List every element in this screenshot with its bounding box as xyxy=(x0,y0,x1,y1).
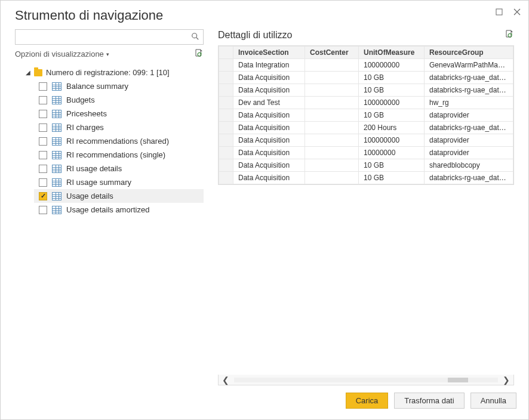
tree-root-label: Numero di registrazione: 099: 1 [10] xyxy=(46,68,170,77)
table-row[interactable]: Data Integration100000000GenevaWarmPathM… xyxy=(219,59,513,72)
horizontal-scrollbar[interactable]: ❮ ❯ xyxy=(218,375,514,385)
checkbox[interactable] xyxy=(39,96,47,104)
details-heading: Dettagli di utilizzo xyxy=(218,30,293,41)
table-row[interactable]: Data Acquisition10 GBdatabricks-rg-uae_d… xyxy=(219,84,513,97)
tree-item[interactable]: Balance summary xyxy=(34,79,204,93)
row-number-cell xyxy=(219,72,233,84)
table-row[interactable]: Data Acquisition10 GBdataprovider xyxy=(219,109,513,122)
row-number-cell xyxy=(219,109,233,122)
cell xyxy=(305,147,359,159)
column-header[interactable]: ResourceGroup xyxy=(425,47,513,59)
tree-item-label: Balance summary xyxy=(66,82,128,91)
tree-item[interactable]: RI recommendations (shared) xyxy=(34,134,204,148)
row-number-header xyxy=(219,47,233,59)
cell: 10 GB xyxy=(359,159,425,172)
dialog-footer: Carica Trasforma dati Annulla xyxy=(1,385,528,419)
tree-children: Balance summaryBudgetsPricesheetsRI char… xyxy=(34,79,204,217)
checkbox[interactable] xyxy=(39,123,47,132)
cell: 10 GB xyxy=(359,84,425,97)
table-row[interactable]: Data Acquisition10 GBdatabricks-rg-uae_d… xyxy=(219,172,513,184)
scroll-right-icon[interactable]: ❯ xyxy=(503,375,510,385)
row-number-cell xyxy=(219,59,233,72)
tree-root-node[interactable]: ◢ Numero di registrazione: 099: 1 [10] xyxy=(15,66,204,79)
cell: databricks-rg-uae_databricks- xyxy=(425,72,513,84)
cell xyxy=(305,59,359,72)
tree-item-label: RI charges xyxy=(66,123,104,132)
cell xyxy=(305,97,359,109)
table-icon xyxy=(52,192,61,200)
load-button[interactable]: Carica xyxy=(346,393,389,409)
cell: 10 GB xyxy=(359,109,425,122)
scroll-track[interactable] xyxy=(234,378,498,382)
tree-item[interactable]: RI usage details xyxy=(34,162,204,175)
column-header[interactable]: UnitOfMeasure xyxy=(359,47,425,59)
checkbox[interactable] xyxy=(39,165,47,173)
search-input[interactable] xyxy=(19,33,191,42)
cell: 200 Hours xyxy=(359,122,425,134)
cell: Data Integration xyxy=(233,59,305,72)
cell: GenevaWarmPathManageRG xyxy=(425,59,513,72)
cell: 10 GB xyxy=(359,72,425,84)
cell: databricks-rg-uae_databricks- xyxy=(425,84,513,97)
tree-item[interactable]: RI charges xyxy=(34,121,204,134)
maximize-button[interactable] xyxy=(495,8,503,16)
checkbox[interactable] xyxy=(39,82,47,91)
display-options-dropdown[interactable]: Opzioni di visualizzazione ▾ xyxy=(15,50,109,58)
table-row[interactable]: Data Acquisition100000000dataprovider xyxy=(219,134,513,147)
chevron-down-icon: ▾ xyxy=(106,51,109,57)
column-header[interactable]: InvoiceSection xyxy=(233,47,305,59)
cell xyxy=(305,122,359,134)
checkbox[interactable] xyxy=(39,110,47,118)
transform-data-button[interactable]: Trasforma dati xyxy=(394,393,464,409)
scroll-left-icon[interactable]: ❮ xyxy=(222,375,229,385)
search-icon[interactable] xyxy=(191,32,199,42)
preview-table-wrap: InvoiceSectionCostCenterUnitOfMeasureRes… xyxy=(218,45,514,185)
cell: Dev and Test xyxy=(233,97,305,109)
dialog-title: Strumento di navigazione xyxy=(15,8,163,23)
checkbox[interactable]: ✓ xyxy=(39,192,47,200)
tree-item-label: Budgets xyxy=(66,95,95,104)
navigator-dialog: Strumento di navigazione O xyxy=(0,0,529,420)
cell xyxy=(305,84,359,97)
checkbox[interactable] xyxy=(39,137,47,146)
refresh-icon[interactable] xyxy=(194,48,204,60)
search-box[interactable] xyxy=(15,29,204,45)
tree-item[interactable]: RI recommendations (single) xyxy=(34,148,204,162)
preview-table: InvoiceSectionCostCenterUnitOfMeasureRes… xyxy=(219,46,513,184)
table-icon xyxy=(52,82,61,91)
details-refresh-icon[interactable] xyxy=(505,29,514,41)
checkbox[interactable] xyxy=(39,178,47,187)
cell: Data Acquisition xyxy=(233,147,305,159)
cell xyxy=(305,172,359,184)
close-button[interactable] xyxy=(513,8,521,16)
tree-item[interactable]: Usage details amortized xyxy=(34,203,204,217)
caret-down-icon: ◢ xyxy=(26,69,30,76)
table-row[interactable]: Data Acquisition10 GBdatabricks-rg-uae_d… xyxy=(219,72,513,84)
table-icon xyxy=(52,137,61,146)
table-row[interactable]: Data Acquisition200 Hoursdatabricks-rg-u… xyxy=(219,122,513,134)
scroll-thumb[interactable] xyxy=(448,378,468,382)
cell: 10000000 xyxy=(359,147,425,159)
tree-item[interactable]: ✓Usage details xyxy=(34,189,204,203)
cell: 10 GB xyxy=(359,172,425,184)
tree-item-label: RI usage summary xyxy=(66,178,131,187)
checkbox[interactable] xyxy=(39,206,47,214)
table-icon xyxy=(52,206,61,214)
cell: Data Acquisition xyxy=(233,134,305,147)
cell: Data Acquisition xyxy=(233,84,305,97)
table-row[interactable]: Dev and Test100000000hw_rg xyxy=(219,97,513,109)
row-number-cell xyxy=(219,159,233,172)
cancel-button[interactable]: Annulla xyxy=(470,393,516,409)
table-icon xyxy=(52,123,61,132)
table-row[interactable]: Data Acquisition10000000dataprovider xyxy=(219,147,513,159)
table-row[interactable]: Data Acquisition10 GBsharedblobcopy xyxy=(219,159,513,172)
tree-item[interactable]: Pricesheets xyxy=(34,107,204,121)
checkbox[interactable] xyxy=(39,151,47,159)
tree-item[interactable]: Budgets xyxy=(34,93,204,107)
folder-icon xyxy=(34,69,42,76)
table-icon xyxy=(52,96,61,104)
svg-rect-0 xyxy=(496,9,502,15)
tree-item[interactable]: RI usage summary xyxy=(34,175,204,189)
tree-item-label: RI recommendations (shared) xyxy=(66,137,169,146)
column-header[interactable]: CostCenter xyxy=(305,47,359,59)
